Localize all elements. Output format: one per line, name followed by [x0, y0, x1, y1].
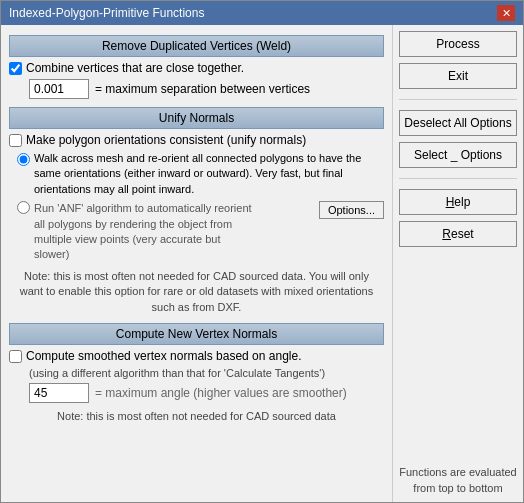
combine-vertices-checkbox[interactable]: [9, 62, 22, 75]
main-panel: Remove Duplicated Vertices (Weld) Combin…: [1, 25, 393, 502]
compute-normals-label: Compute smoothed vertex normals based on…: [26, 349, 302, 363]
deselect-all-button[interactable]: Deselect All Options: [399, 110, 517, 136]
sidebar: Process Exit Deselect All Options Select…: [393, 25, 523, 502]
main-window: Indexed-Polygon-Primitive Functions ✕ Re…: [0, 0, 524, 503]
vertex-normals-section: Compute New Vertex Normals Compute smoot…: [9, 323, 384, 424]
walk-mesh-row: Walk across mesh and re-orient all conne…: [17, 151, 384, 197]
make-consistent-row: Make polygon orientations consistent (un…: [9, 133, 384, 147]
make-consistent-label: Make polygon orientations consistent (un…: [26, 133, 306, 147]
walk-mesh-radio[interactable]: [17, 153, 30, 166]
sidebar-footer: Functions are evaluated from top to bott…: [399, 465, 517, 496]
weld-section: Remove Duplicated Vertices (Weld) Combin…: [9, 35, 384, 99]
compute-normals-checkbox[interactable]: [9, 350, 22, 363]
sidebar-divider-1: [399, 99, 517, 100]
compute-normals-sublabel: (using a different algorithm than that f…: [29, 367, 384, 379]
vertex-normals-header: Compute New Vertex Normals: [9, 323, 384, 345]
max-sep-input[interactable]: [29, 79, 89, 99]
title-bar: Indexed-Polygon-Primitive Functions ✕: [1, 1, 523, 25]
help-button[interactable]: Help: [399, 189, 517, 215]
reset-label: Reset: [442, 227, 473, 241]
combine-vertices-row: Combine vertices that are close together…: [9, 61, 384, 75]
combine-vertices-label: Combine vertices that are close together…: [26, 61, 244, 75]
anf-row: Run 'ANF' algorithm to automatically reo…: [17, 201, 384, 263]
vertex-normals-note: Note: this is most often not needed for …: [13, 409, 380, 424]
angle-label: = maximum angle (higher values are smoot…: [95, 386, 347, 400]
weld-section-header: Remove Duplicated Vertices (Weld): [9, 35, 384, 57]
make-consistent-checkbox[interactable]: [9, 134, 22, 147]
max-separation-row: = maximum separation between vertices: [29, 79, 384, 99]
help-label: Help: [446, 195, 471, 209]
process-button[interactable]: Process: [399, 31, 517, 57]
exit-button[interactable]: Exit: [399, 63, 517, 89]
reset-button[interactable]: Reset: [399, 221, 517, 247]
options-button[interactable]: Options...: [319, 201, 384, 219]
anf-label: Run 'ANF' algorithm to automatically reo…: [34, 201, 254, 263]
close-button[interactable]: ✕: [497, 5, 515, 21]
normals-section: Unify Normals Make polygon orientations …: [9, 107, 384, 315]
window-title: Indexed-Polygon-Primitive Functions: [9, 6, 204, 20]
compute-normals-row: Compute smoothed vertex normals based on…: [9, 349, 384, 363]
walk-mesh-label: Walk across mesh and re-orient all conne…: [34, 151, 384, 197]
sidebar-spacer: [399, 253, 517, 459]
max-sep-label: = maximum separation between vertices: [95, 82, 310, 96]
normals-note: Note: this is most often not needed for …: [13, 269, 380, 315]
angle-row: = maximum angle (higher values are smoot…: [29, 383, 384, 403]
sidebar-divider-2: [399, 178, 517, 179]
angle-input[interactable]: [29, 383, 89, 403]
anf-radio[interactable]: [17, 201, 30, 214]
normals-section-header: Unify Normals: [9, 107, 384, 129]
content-area: Remove Duplicated Vertices (Weld) Combin…: [1, 25, 523, 502]
select-all-button[interactable]: Select _ Options: [399, 142, 517, 168]
